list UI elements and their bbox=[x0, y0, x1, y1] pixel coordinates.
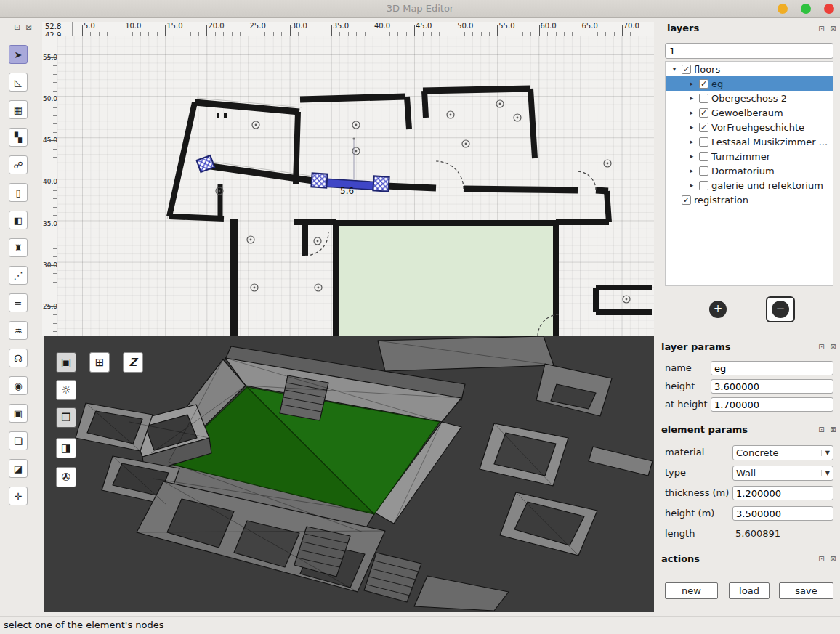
expander-icon[interactable]: ▸ bbox=[687, 167, 696, 174]
stairs-tool[interactable]: ≣ bbox=[9, 293, 28, 312]
tool-icon: ☊ bbox=[14, 353, 23, 364]
load-button[interactable]: load bbox=[729, 582, 770, 599]
expander-icon[interactable]: ▸ bbox=[687, 138, 696, 145]
texture-tool[interactable]: ▦ bbox=[9, 100, 28, 119]
light-button[interactable]: ☼ bbox=[56, 380, 76, 400]
expander-icon[interactable]: ▸ bbox=[687, 80, 696, 87]
float-icon[interactable]: ⊡ bbox=[12, 23, 22, 32]
door-visibility-button[interactable]: ◨ bbox=[56, 438, 76, 458]
layer-row[interactable]: ▸ Festsaal Musikzimmer ... bbox=[666, 134, 833, 149]
pattern-tool[interactable]: ▚ bbox=[9, 128, 28, 147]
layer-checkbox[interactable]: ✓ bbox=[682, 195, 691, 205]
sound-tool[interactable]: ☊ bbox=[9, 349, 28, 367]
layer-row[interactable]: ✓ registration bbox=[666, 192, 833, 207]
polygon-tool[interactable]: ◺ bbox=[9, 73, 28, 92]
image-tool[interactable]: ▣ bbox=[9, 404, 28, 423]
cylinder-tool[interactable]: ▯ bbox=[9, 183, 28, 202]
horizontal-ruler: 5.010.015.020.025.030.035.040.045.050.05… bbox=[73, 22, 654, 36]
door-tool[interactable]: ◧ bbox=[9, 211, 28, 229]
close-button[interactable] bbox=[824, 4, 834, 14]
extrude-tool[interactable]: ❏ bbox=[9, 431, 28, 450]
app-window: 3D Map Editor ⊡ ⊠ ➤ ◺ ▦ ▚ bbox=[0, 0, 840, 634]
maximize-button[interactable] bbox=[801, 4, 811, 14]
layer-label: Obergeschoss 2 bbox=[711, 93, 787, 104]
wifi-tool[interactable]: ♒ bbox=[9, 321, 28, 340]
chevron-down-icon: ▼ bbox=[821, 470, 830, 476]
viewport-3d[interactable]: ▣ ⊞ Z ☼ ❒ ◨ ✇ bbox=[44, 336, 654, 612]
layer-row[interactable]: ▸ Dormatorium bbox=[666, 163, 833, 178]
polyline-tool[interactable]: ⋰ bbox=[9, 266, 28, 285]
tool-icon: ▦ bbox=[14, 105, 23, 115]
new-button[interactable]: new bbox=[665, 582, 718, 599]
close-icon[interactable]: ⊠ bbox=[828, 24, 838, 33]
expander-icon[interactable]: ▸ bbox=[687, 182, 696, 189]
layer-row[interactable]: ▸ galerie und refektorium bbox=[666, 178, 833, 192]
layer-checkbox[interactable] bbox=[699, 152, 708, 161]
expander-icon[interactable]: ▾ bbox=[670, 65, 679, 73]
layer-at-height-field[interactable] bbox=[711, 397, 833, 412]
select-tool[interactable]: ➤ bbox=[9, 45, 28, 64]
expander-icon[interactable]: ▸ bbox=[687, 123, 696, 131]
minimize-button[interactable] bbox=[778, 4, 788, 14]
tool-icon: ♒ bbox=[14, 325, 23, 336]
layer-checkbox[interactable] bbox=[699, 94, 708, 103]
view3d-tool-icon: ▣ bbox=[61, 356, 71, 369]
layer-row[interactable]: ▸ ✓ Gewoelberaum bbox=[666, 105, 833, 120]
thickness-field[interactable] bbox=[732, 486, 833, 500]
expander-icon[interactable]: ▸ bbox=[687, 94, 696, 102]
fingerprint-tool[interactable]: ◉ bbox=[9, 376, 28, 395]
path-tool[interactable]: ☍ bbox=[9, 155, 28, 174]
layer-checkbox[interactable] bbox=[699, 166, 708, 176]
green-room[interactable] bbox=[336, 223, 556, 336]
layer-name-field[interactable] bbox=[711, 361, 833, 375]
save-3d-button[interactable]: ✇ bbox=[56, 467, 76, 487]
layer-row[interactable]: ▸ ✓ VorFruehgeschichte bbox=[666, 120, 833, 134]
layer-checkbox[interactable]: ✓ bbox=[699, 79, 708, 89]
screenshot-button[interactable]: ▣ bbox=[56, 352, 76, 373]
layers-filter-input[interactable] bbox=[665, 43, 833, 59]
layer-checkbox[interactable]: ✓ bbox=[699, 108, 708, 118]
actions-dock-controls: ⊡ ⊠ bbox=[817, 554, 838, 564]
float-icon[interactable]: ⊡ bbox=[817, 24, 826, 33]
type-select[interactable]: Wall ▼ bbox=[732, 466, 833, 481]
layer-row[interactable]: ▾ ✓ floors bbox=[666, 62, 833, 76]
close-icon[interactable]: ⊠ bbox=[828, 425, 838, 434]
building-3d-render bbox=[44, 336, 654, 612]
float-icon[interactable]: ⊡ bbox=[817, 554, 826, 564]
furniture-tool[interactable]: ♜ bbox=[9, 238, 28, 257]
expander-icon[interactable]: ▸ bbox=[687, 153, 696, 160]
floorplan-canvas[interactable]: 5.6 bbox=[57, 36, 654, 336]
layer-row[interactable]: ▸ Turmzimmer bbox=[666, 149, 833, 163]
add-layer-button[interactable]: + bbox=[709, 301, 727, 318]
layer-checkbox[interactable]: ✓ bbox=[682, 65, 691, 74]
close-icon[interactable]: ⊠ bbox=[24, 23, 33, 32]
remove-layer-button[interactable]: − bbox=[772, 301, 789, 318]
window-title: 3D Map Editor bbox=[0, 3, 840, 14]
zsort-button[interactable]: Z bbox=[123, 352, 143, 373]
tool-icon: ✛ bbox=[15, 491, 23, 502]
view3d-tool-icon: ◨ bbox=[61, 442, 71, 455]
cube-view-button[interactable]: ❒ bbox=[56, 407, 76, 428]
layer-height-field[interactable] bbox=[711, 379, 833, 394]
layer-row[interactable]: ▸ ✓ eg bbox=[666, 76, 833, 91]
eraser-tool[interactable]: ◪ bbox=[9, 459, 28, 478]
float-icon[interactable]: ⊡ bbox=[817, 425, 826, 434]
float-icon[interactable]: ⊡ bbox=[817, 342, 826, 351]
element-height-field[interactable] bbox=[732, 506, 833, 521]
layers-tree: ▾ ✓ floors ▸ ✓ eg ▸ Obergeschoss 2 ▸ ✓ G… bbox=[665, 61, 833, 286]
toolbar-dock-controls: ⊡ ⊠ bbox=[12, 23, 33, 32]
material-select[interactable]: Concrete ▼ bbox=[732, 445, 833, 460]
layer-row[interactable]: ▸ Obergeschoss 2 bbox=[666, 91, 833, 105]
layer-checkbox[interactable]: ✓ bbox=[699, 123, 708, 132]
compass-tool[interactable]: ✛ bbox=[9, 487, 28, 505]
close-icon[interactable]: ⊠ bbox=[828, 342, 838, 351]
layer-checkbox[interactable] bbox=[699, 181, 708, 190]
close-icon[interactable]: ⊠ bbox=[828, 554, 838, 564]
layer-label: Festsaal Musikzimmer ... bbox=[711, 137, 828, 147]
grid-toggle-button[interactable]: ⊞ bbox=[89, 352, 110, 373]
expander-icon[interactable]: ▸ bbox=[687, 109, 696, 116]
view3d-tool-icon: ☼ bbox=[61, 383, 70, 397]
save-button[interactable]: save bbox=[779, 582, 833, 599]
layer-label: Dormatorium bbox=[711, 166, 775, 176]
layer-checkbox[interactable] bbox=[699, 137, 708, 147]
